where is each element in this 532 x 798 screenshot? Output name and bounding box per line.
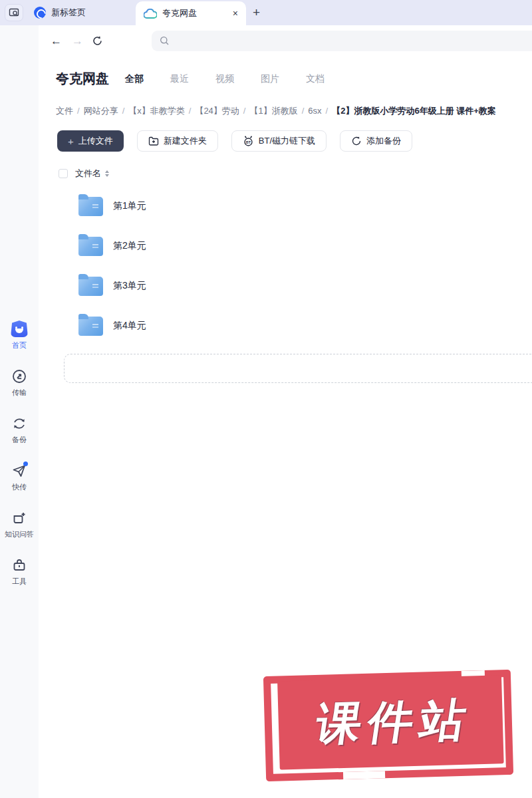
new-folder-button[interactable]: 新建文件夹 [137, 130, 218, 152]
folder-icon [78, 197, 103, 216]
sidebar-item-label: 快传 [12, 482, 27, 492]
breadcrumb-item[interactable]: 网站分享 [84, 106, 118, 116]
folder-row[interactable]: 第2单元 [39, 226, 532, 266]
sidebar-item-fast-transfer[interactable]: 快传 [0, 463, 39, 492]
sidebar-item-knowledge-qa[interactable]: 知识问答 [0, 510, 39, 539]
upload-dropzone[interactable] [64, 354, 532, 383]
bt-magnet-icon: BT [243, 136, 254, 146]
breadcrumb-item[interactable]: 文件 [56, 106, 73, 116]
paper-plane-icon [11, 463, 27, 479]
select-all-checkbox[interactable] [59, 169, 68, 178]
breadcrumb-separator: / [122, 106, 125, 116]
breadcrumb-item[interactable]: 【1】浙教版 [249, 106, 297, 116]
tab-search-button[interactable] [5, 4, 23, 21]
stamp-text: 课件站 [305, 690, 476, 755]
add-backup-button[interactable]: 添加备份 [340, 130, 412, 152]
browser-window: 新标签页 夸克网盘 × + ← → [0, 0, 532, 798]
breadcrumb-item[interactable]: 【24】劳动 [195, 106, 239, 116]
sidebar-item-label: 传输 [12, 388, 27, 398]
breadcrumb-separator: / [189, 106, 192, 116]
bt-magnet-download-button[interactable]: BT BT/磁力链下载 [231, 130, 327, 152]
breadcrumb-separator: / [302, 106, 305, 116]
breadcrumb-current: 【2】浙教版小学劳动6年级上册 课件+教案 [332, 106, 496, 116]
breadcrumb-item[interactable]: 6sx [308, 106, 321, 116]
sidebar-item-label: 知识问答 [5, 529, 34, 539]
breadcrumb-item[interactable]: 【x】非教学类 [128, 106, 185, 116]
tab-all[interactable]: 全部 [125, 73, 144, 85]
folder-icon [78, 277, 103, 296]
browser-tab-bar: 新标签页 夸克网盘 × + [0, 0, 532, 25]
page-title: 夸克网盘 [56, 70, 109, 88]
column-filename-label[interactable]: 文件名 [75, 168, 101, 180]
svg-text:BT: BT [246, 140, 251, 144]
folder-icon [78, 237, 103, 256]
folder-name: 第4单元 [113, 320, 146, 332]
file-list: 第1单元 第2单元 第3单元 第4单元 [39, 186, 532, 346]
forward-icon[interactable]: → [72, 35, 83, 47]
folder-icon [78, 317, 103, 336]
new-folder-label: 新建文件夹 [164, 135, 207, 147]
bt-download-label: BT/磁力链下载 [259, 135, 315, 147]
app-sidebar: 首页 传输 [0, 25, 39, 798]
toolbox-icon [11, 557, 27, 573]
sort-icon[interactable] [105, 170, 109, 177]
tab-docs[interactable]: 文档 [306, 73, 325, 85]
sidebar-item-transfer[interactable]: 传输 [0, 368, 39, 398]
folder-name: 第1单元 [113, 200, 146, 212]
cloud-drive-icon [144, 9, 157, 19]
filter-tabs: 全部 最近 视频 图片 文档 [125, 73, 325, 85]
tab-new-page[interactable]: 新标签页 [34, 7, 86, 19]
action-toolbar: + 上传文件 新建文件夹 BT BT/磁力链下载 [57, 130, 532, 152]
sidebar-item-label: 备份 [12, 435, 27, 445]
folder-plus-icon [148, 136, 159, 146]
tab-quark-drive[interactable]: 夸克网盘 × [136, 1, 246, 25]
folder-row[interactable]: 第1单元 [39, 186, 532, 226]
breadcrumb-separator: / [243, 106, 246, 116]
tab-images[interactable]: 图片 [261, 73, 279, 85]
new-tab-button[interactable]: + [253, 0, 260, 25]
sidebar-item-tools[interactable]: 工具 [0, 557, 39, 587]
sidebar-item-backup[interactable]: 备份 [0, 416, 39, 445]
close-tab-icon[interactable]: × [233, 9, 238, 18]
address-search-bar[interactable] [152, 31, 532, 51]
knowledge-qa-icon [11, 510, 27, 526]
folder-name: 第2单元 [113, 240, 146, 252]
folder-name: 第3单元 [113, 280, 146, 292]
window-search-icon [9, 8, 19, 17]
tab-quark-drive-label: 夸克网盘 [162, 7, 197, 19]
upload-file-label: 上传文件 [78, 135, 113, 147]
tab-recent[interactable]: 最近 [170, 73, 189, 85]
backup-sync-icon [11, 416, 27, 432]
breadcrumb-separator: / [77, 106, 80, 116]
file-list-header: 文件名 [59, 168, 532, 180]
stamp-body: 课件站 [277, 675, 504, 769]
transfer-icon [11, 368, 27, 384]
sync-circle-icon [351, 136, 362, 146]
plus-icon: + [68, 136, 74, 147]
home-smiley-icon [11, 321, 28, 337]
tab-videos[interactable]: 视频 [215, 73, 234, 85]
back-icon[interactable]: ← [51, 35, 62, 47]
search-icon [160, 36, 170, 46]
tab-new-page-label: 新标签页 [51, 7, 86, 19]
folder-row[interactable]: 第3单元 [39, 266, 532, 306]
sidebar-item-label: 首页 [12, 340, 27, 350]
refresh-icon[interactable] [92, 35, 103, 47]
quark-browser-logo-icon [34, 7, 46, 19]
browser-nav-bar: ← → [39, 25, 532, 57]
watermark-stamp: 课件站 [263, 670, 513, 781]
folder-row[interactable]: 第4单元 [39, 306, 532, 346]
upload-file-button[interactable]: + 上传文件 [57, 130, 124, 152]
notification-dot [23, 462, 28, 466]
sidebar-item-label: 工具 [12, 577, 27, 587]
sidebar-item-home[interactable]: 首页 [0, 321, 39, 350]
add-backup-label: 添加备份 [366, 135, 401, 147]
breadcrumb: 文件/网站分享/【x】非教学类/【24】劳动/【1】浙教版/6sx/【2】浙教版… [56, 105, 532, 117]
breadcrumb-separator: / [326, 106, 329, 116]
